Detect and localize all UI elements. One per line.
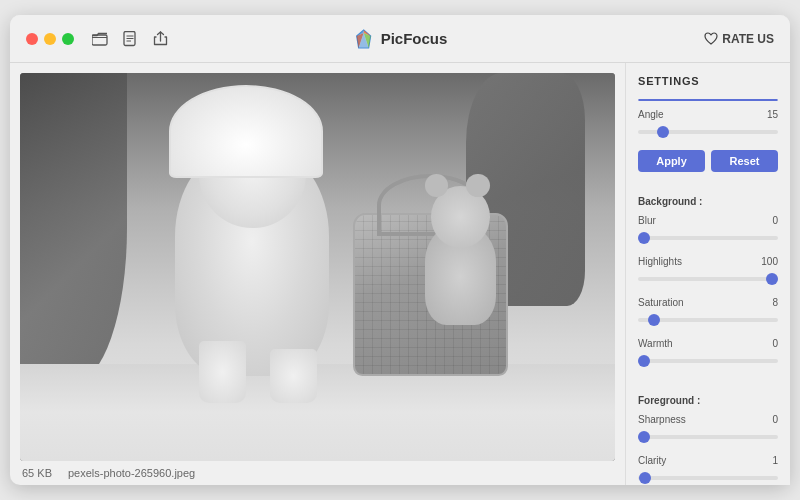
warmth-slider-group: Warmth 0	[638, 338, 778, 367]
blur-label-row: Blur 0	[638, 215, 778, 226]
rate-us-button[interactable]: RATE US	[704, 32, 774, 46]
clarity-value: 1	[772, 455, 778, 466]
settings-panel: SETTINGS Paint Erase Angle 15 Apply Rese…	[625, 63, 790, 485]
blur-slider-group: Blur 0	[638, 215, 778, 244]
file-size: 65 KB	[22, 467, 52, 479]
clarity-slider-group: Clarity 1	[638, 455, 778, 484]
traffic-lights	[26, 33, 74, 45]
saturation-slider[interactable]	[638, 318, 778, 322]
paint-erase-tabs: Paint Erase	[638, 99, 778, 101]
image-info: 65 KB pexels-photo-265960.jpeg	[20, 461, 615, 485]
close-button[interactable]	[26, 33, 38, 45]
floor	[20, 364, 615, 461]
app-title: PicFocus	[381, 30, 448, 47]
rate-us-label: RATE US	[722, 32, 774, 46]
tab-erase[interactable]: Erase	[708, 100, 777, 101]
angle-value: 15	[767, 109, 778, 120]
sharpness-label-row: Sharpness 0	[638, 414, 778, 425]
image-panel: 65 KB pexels-photo-265960.jpeg	[10, 63, 625, 485]
apply-button[interactable]: Apply	[638, 150, 705, 172]
foreground-section-label: Foreground :	[638, 395, 778, 406]
saturation-label-row: Saturation 8	[638, 297, 778, 308]
logo-icon	[353, 28, 375, 50]
sharpness-value: 0	[772, 414, 778, 425]
tab-paint[interactable]: Paint	[639, 100, 708, 101]
maximize-button[interactable]	[62, 33, 74, 45]
titlebar: PicFocus RATE US	[10, 15, 790, 63]
angle-slider[interactable]	[638, 130, 778, 134]
warmth-label: Warmth	[638, 338, 673, 349]
settings-title: SETTINGS	[638, 75, 778, 87]
svg-rect-0	[92, 35, 107, 45]
baby-leg-right	[270, 349, 318, 403]
sharpness-slider-group: Sharpness 0	[638, 414, 778, 443]
image-container	[20, 73, 615, 461]
minimize-button[interactable]	[44, 33, 56, 45]
highlights-slider-group: Highlights 100	[638, 256, 778, 285]
sharpness-label: Sharpness	[638, 414, 686, 425]
reset-button[interactable]: Reset	[711, 150, 778, 172]
sharpness-slider[interactable]	[638, 435, 778, 439]
app-window: PicFocus RATE US	[10, 15, 790, 485]
file-name: pexels-photo-265960.jpeg	[68, 467, 195, 479]
saturation-slider-group: Saturation 8	[638, 297, 778, 326]
warmth-slider[interactable]	[638, 359, 778, 363]
clarity-label-row: Clarity 1	[638, 455, 778, 466]
main-content: 65 KB pexels-photo-265960.jpeg SETTINGS …	[10, 63, 790, 485]
bg-left	[20, 73, 127, 383]
baby-leg-left	[199, 341, 247, 403]
warmth-label-row: Warmth 0	[638, 338, 778, 349]
saturation-value: 8	[772, 297, 778, 308]
heart-icon	[704, 32, 718, 45]
photo-display	[20, 73, 615, 461]
clarity-label: Clarity	[638, 455, 666, 466]
highlights-slider[interactable]	[638, 277, 778, 281]
highlights-label: Highlights	[638, 256, 682, 267]
toolbar-icons	[90, 29, 170, 49]
angle-label: Angle	[638, 109, 664, 120]
document-icon[interactable]	[120, 29, 140, 49]
app-logo-title: PicFocus	[353, 28, 448, 50]
saturation-label: Saturation	[638, 297, 684, 308]
clarity-slider[interactable]	[638, 476, 778, 480]
blur-label: Blur	[638, 215, 656, 226]
highlights-label-row: Highlights 100	[638, 256, 778, 267]
blur-slider[interactable]	[638, 236, 778, 240]
blur-value: 0	[772, 215, 778, 226]
share-icon[interactable]	[150, 29, 170, 49]
open-folder-icon[interactable]	[90, 29, 110, 49]
angle-slider-group: Angle 15	[638, 109, 778, 138]
baby-hat	[169, 85, 324, 178]
warmth-value: 0	[772, 338, 778, 349]
teddy-ear-right	[466, 174, 490, 197]
action-buttons: Apply Reset	[638, 150, 778, 172]
highlights-value: 100	[761, 256, 778, 267]
angle-label-row: Angle 15	[638, 109, 778, 120]
background-section-label: Background :	[638, 196, 778, 207]
